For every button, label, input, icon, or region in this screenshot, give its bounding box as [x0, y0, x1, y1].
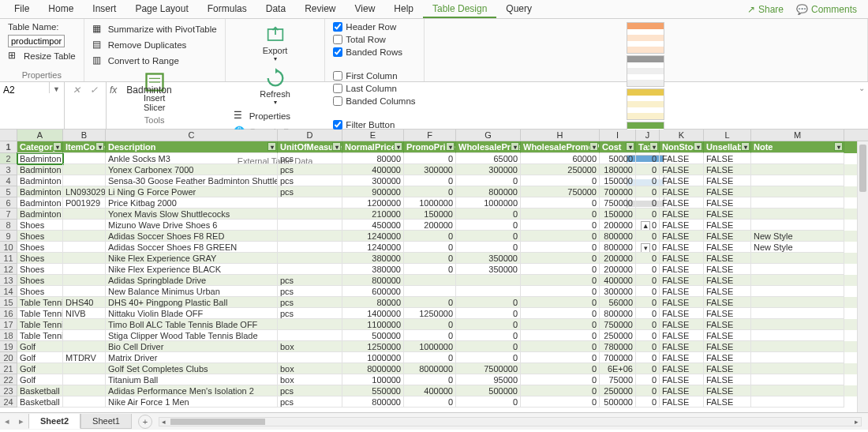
- cell-B17[interactable]: [63, 319, 106, 330]
- cell-B6[interactable]: P001929: [63, 197, 106, 208]
- cell-F8[interactable]: 200000: [404, 220, 456, 231]
- name-box[interactable]: ▼: [0, 82, 65, 129]
- cell-I10[interactable]: 800000: [600, 242, 636, 253]
- cell-B4[interactable]: [63, 175, 106, 186]
- total-row-checkbox[interactable]: Total Row: [333, 35, 415, 44]
- cell-J23[interactable]: 0: [636, 385, 660, 396]
- sheet-tab-sheet1[interactable]: Sheet1: [80, 414, 132, 429]
- cell-D18[interactable]: [278, 330, 342, 341]
- cell-J4[interactable]: 0: [636, 175, 660, 186]
- row-header-12[interactable]: 12: [0, 264, 17, 275]
- filter-arrow-category[interactable]: ▾: [53, 142, 62, 151]
- cell-J12[interactable]: 0: [636, 264, 660, 275]
- cell-F17[interactable]: 0: [404, 319, 456, 330]
- cell-E22[interactable]: 100000: [342, 374, 404, 385]
- cell-I13[interactable]: 400000: [600, 275, 636, 286]
- cell-L21[interactable]: FALSE: [704, 363, 751, 374]
- formula-input[interactable]: Badminton ⌄: [120, 82, 868, 129]
- column-header-J[interactable]: J: [636, 130, 660, 141]
- cell-A5[interactable]: Badminton: [17, 186, 63, 197]
- cell-H14[interactable]: 0: [521, 286, 600, 297]
- cell-L10[interactable]: FALSE: [704, 242, 751, 253]
- cell-H24[interactable]: 0: [521, 396, 600, 408]
- cell-F15[interactable]: 0: [404, 297, 456, 308]
- name-box-dropdown[interactable]: ▼: [49, 82, 63, 93]
- row-header-10[interactable]: 10: [0, 242, 17, 253]
- cell-G7[interactable]: 0: [456, 208, 521, 220]
- cell-I17[interactable]: 750000: [600, 319, 636, 330]
- cell-G21[interactable]: 7500000: [456, 363, 521, 374]
- row-header-19[interactable]: 19: [0, 341, 17, 352]
- cell-B15[interactable]: DHS40: [63, 297, 106, 308]
- cell-F3[interactable]: 300000: [404, 164, 456, 175]
- cell-D22[interactable]: box: [278, 374, 342, 385]
- filter-arrow-description[interactable]: ▾: [268, 142, 276, 151]
- cell-M8[interactable]: [751, 220, 844, 231]
- cell-C10[interactable]: Adidas Soccer Shoes F8 GREEN: [106, 242, 278, 253]
- cell-F14[interactable]: [404, 286, 456, 297]
- cell-I23[interactable]: 250000: [600, 385, 636, 396]
- cell-J19[interactable]: 0: [636, 341, 660, 352]
- cell-H15[interactable]: 0: [521, 297, 600, 308]
- cell-H7[interactable]: 0: [521, 208, 600, 220]
- cell-H19[interactable]: 0: [521, 341, 600, 352]
- cell-I11[interactable]: 200000: [600, 253, 636, 264]
- header-row-checkbox[interactable]: Header Row: [333, 22, 415, 32]
- cell-D8[interactable]: [278, 220, 342, 231]
- cell-K12[interactable]: FALSE: [660, 264, 704, 275]
- cell-A8[interactable]: Shoes: [17, 220, 63, 231]
- cell-K16[interactable]: FALSE: [660, 308, 704, 319]
- first-column-checkbox[interactable]: First Column: [333, 71, 415, 81]
- cell-I4[interactable]: 150000: [600, 175, 636, 186]
- hscroll-right[interactable]: ▸: [851, 418, 861, 426]
- row-header-2[interactable]: 2: [0, 153, 17, 164]
- cell-M21[interactable]: [751, 363, 844, 374]
- cell-C9[interactable]: Adidas Soccer Shoes F8 RED: [106, 231, 278, 242]
- cell-G2[interactable]: 65000: [456, 153, 521, 164]
- row-header-5[interactable]: 5: [0, 186, 17, 197]
- enter-formula-icon[interactable]: ✓: [88, 85, 99, 126]
- summarize-pivot-button[interactable]: ▦Summarize with PivotTable: [92, 22, 217, 36]
- cell-B18[interactable]: [63, 330, 106, 341]
- cell-B7[interactable]: [63, 208, 106, 220]
- cell-C23[interactable]: Adidas Performance Men's Isolation 2: [106, 385, 278, 396]
- cell-G23[interactable]: 500000: [456, 385, 521, 396]
- filter-arrow-note[interactable]: ▾: [834, 142, 843, 151]
- cell-A9[interactable]: Shoes: [17, 231, 63, 242]
- cell-E16[interactable]: 1400000: [342, 308, 404, 319]
- cell-K20[interactable]: FALSE: [660, 352, 704, 363]
- cell-L8[interactable]: FALSE: [704, 220, 751, 231]
- cell-F13[interactable]: [404, 275, 456, 286]
- cell-E9[interactable]: 1240000: [342, 231, 404, 242]
- cell-E14[interactable]: 600000: [342, 286, 404, 297]
- cell-B22[interactable]: [63, 374, 106, 385]
- column-header-F[interactable]: F: [404, 130, 456, 141]
- menu-help[interactable]: Help: [384, 1, 423, 18]
- cell-I18[interactable]: 250000: [600, 330, 636, 341]
- hscroll-thumb[interactable]: [170, 419, 265, 425]
- cell-M3[interactable]: [751, 164, 844, 175]
- cell-F10[interactable]: 0: [404, 242, 456, 253]
- cell-M15[interactable]: [751, 297, 844, 308]
- cell-M17[interactable]: [751, 319, 844, 330]
- cell-M11[interactable]: [751, 253, 844, 264]
- cell-K4[interactable]: FALSE: [660, 175, 704, 186]
- column-header-L[interactable]: L: [704, 130, 751, 141]
- cell-B2[interactable]: [63, 153, 106, 164]
- column-header-K[interactable]: K: [660, 130, 704, 141]
- cell-I19[interactable]: 780000: [600, 341, 636, 352]
- fx-icon[interactable]: fx: [107, 82, 120, 129]
- menu-page-layout[interactable]: Page Layout: [125, 1, 197, 18]
- table-header-category[interactable]: Category▾: [17, 141, 63, 153]
- cell-I2[interactable]: 50000: [600, 153, 636, 164]
- cell-C8[interactable]: Mizuno Wave Drive Shoes 6: [106, 220, 278, 231]
- row-header-15[interactable]: 15: [0, 297, 17, 308]
- cell-C15[interactable]: DHS 40+ Pingpong Plastic Ball: [106, 297, 278, 308]
- row-header-24[interactable]: 24: [0, 396, 17, 408]
- cell-D12[interactable]: [278, 264, 342, 275]
- cell-E11[interactable]: 380000: [342, 253, 404, 264]
- cell-K10[interactable]: FALSE: [660, 242, 704, 253]
- cell-H11[interactable]: 0: [521, 253, 600, 264]
- cell-G12[interactable]: 350000: [456, 264, 521, 275]
- cell-L6[interactable]: FALSE: [704, 197, 751, 208]
